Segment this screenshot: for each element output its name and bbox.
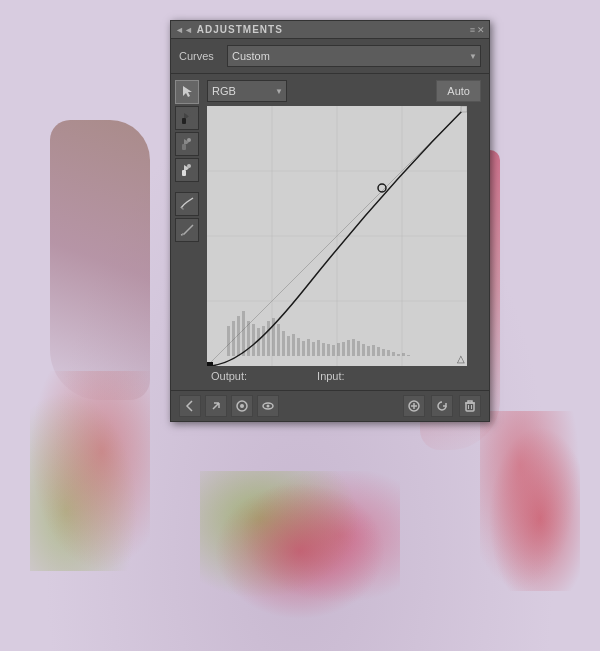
- delete-button[interactable]: [459, 395, 481, 417]
- svg-rect-38: [342, 342, 345, 356]
- panel-header: Curves Custom Default Strong Contrast Ne…: [171, 39, 489, 74]
- svg-rect-50: [402, 353, 405, 356]
- svg-rect-27: [287, 336, 290, 356]
- svg-rect-48: [392, 352, 395, 356]
- svg-rect-16: [232, 321, 235, 356]
- svg-rect-0: [182, 118, 186, 124]
- auto-button[interactable]: Auto: [436, 80, 481, 102]
- smooth-pencil-tool[interactable]: [175, 218, 199, 242]
- floral-center-decoration: [200, 471, 400, 631]
- curves-pencil-tool[interactable]: [175, 192, 199, 216]
- svg-point-6: [182, 233, 184, 235]
- svg-rect-28: [292, 334, 295, 356]
- eyedropper-gray-tool[interactable]: [175, 132, 199, 156]
- curves-label: Curves: [179, 50, 219, 62]
- svg-rect-31: [307, 339, 310, 356]
- svg-rect-18: [242, 311, 245, 356]
- svg-rect-15: [227, 326, 230, 356]
- svg-point-3: [187, 138, 191, 142]
- preset-dropdown[interactable]: Custom Default Strong Contrast Negative …: [227, 45, 481, 67]
- reset-icon: [435, 399, 449, 413]
- floral-right-decoration: [480, 411, 580, 591]
- histogram-corner-icon: △: [457, 353, 465, 364]
- view-button[interactable]: [257, 395, 279, 417]
- svg-rect-36: [332, 345, 335, 356]
- panel-title: ADJUSTMENTS: [197, 24, 283, 35]
- eyedropper-white-icon: [179, 162, 195, 178]
- svg-rect-26: [282, 331, 285, 356]
- curves-area: RGB Red Green Blue ▼ Auto: [203, 78, 485, 386]
- svg-rect-34: [322, 343, 325, 356]
- collapse-icon[interactable]: ◄◄: [175, 25, 193, 35]
- curves-top-bar: RGB Red Green Blue ▼ Auto: [203, 78, 485, 104]
- arrow-up-right-icon: [209, 399, 223, 413]
- previous-state-button[interactable]: [179, 395, 201, 417]
- svg-rect-47: [387, 350, 390, 356]
- panel-body: RGB Red Green Blue ▼ Auto: [171, 74, 489, 390]
- svg-point-1: [187, 112, 191, 116]
- svg-rect-45: [377, 347, 380, 356]
- pointer-icon: [179, 84, 195, 100]
- pointer-tool[interactable]: [175, 80, 199, 104]
- tools-column: [175, 78, 203, 386]
- preset-dropdown-wrapper: Custom Default Strong Contrast Negative …: [227, 45, 481, 67]
- svg-rect-51: [407, 355, 410, 356]
- adjustments-panel: ◄◄ ADJUSTMENTS ≡ ✕ Curves Custom Default…: [170, 20, 490, 422]
- eyedropper-white-tool[interactable]: [175, 158, 199, 182]
- panel-footer: [171, 390, 489, 421]
- arrow-left-icon: [183, 399, 197, 413]
- next-state-button[interactable]: [205, 395, 227, 417]
- svg-rect-54: [461, 106, 467, 112]
- eyedropper-black-icon: [179, 110, 195, 126]
- svg-rect-39: [347, 340, 350, 356]
- smooth-pencil-icon: [179, 222, 195, 238]
- svg-rect-17: [237, 316, 240, 356]
- visibility-button[interactable]: [231, 395, 253, 417]
- svg-rect-23: [267, 321, 270, 356]
- svg-rect-25: [277, 324, 280, 356]
- footer-right: [403, 395, 481, 417]
- svg-rect-37: [337, 343, 340, 356]
- hair-left-decoration: [50, 120, 150, 400]
- svg-point-58: [267, 405, 270, 408]
- svg-point-5: [187, 164, 191, 168]
- input-label: Input:: [317, 370, 345, 382]
- output-input-bar: Output: Input:: [203, 366, 485, 386]
- tool-separator: [175, 184, 203, 190]
- reset-button[interactable]: [431, 395, 453, 417]
- svg-rect-20: [252, 324, 255, 356]
- panel-menu-icon[interactable]: ≡: [470, 25, 475, 35]
- curves-pencil-icon: [179, 196, 195, 212]
- svg-rect-32: [312, 342, 315, 356]
- eyedropper-gray-icon: [179, 136, 195, 152]
- svg-rect-43: [367, 346, 370, 356]
- trash-icon: [463, 399, 477, 413]
- plus-circle-icon: [407, 399, 421, 413]
- panel-close-icon[interactable]: ✕: [477, 25, 485, 35]
- view-icon: [261, 399, 275, 413]
- channel-dropdown-wrapper: RGB Red Green Blue ▼: [207, 80, 287, 102]
- svg-point-56: [240, 404, 244, 408]
- svg-rect-41: [357, 341, 360, 356]
- svg-rect-53: [207, 362, 213, 366]
- eye-icon: [235, 399, 249, 413]
- curves-graph[interactable]: △: [207, 106, 467, 366]
- svg-rect-40: [352, 339, 355, 356]
- titlebar-icons: ≡ ✕: [470, 25, 485, 35]
- channel-dropdown[interactable]: RGB Red Green Blue: [207, 80, 287, 102]
- svg-rect-42: [362, 344, 365, 356]
- svg-rect-22: [262, 326, 265, 356]
- svg-rect-30: [302, 341, 305, 356]
- svg-rect-29: [297, 338, 300, 356]
- svg-rect-44: [372, 345, 375, 356]
- svg-rect-62: [466, 403, 474, 411]
- svg-rect-46: [382, 349, 385, 356]
- floral-left-decoration: [30, 371, 150, 571]
- add-adjustment-button[interactable]: [403, 395, 425, 417]
- svg-rect-2: [182, 144, 186, 150]
- svg-rect-19: [247, 321, 250, 356]
- svg-rect-49: [397, 354, 400, 356]
- panel-titlebar: ◄◄ ADJUSTMENTS ≡ ✕: [171, 21, 489, 39]
- eyedropper-black-tool[interactable]: [175, 106, 199, 130]
- titlebar-left: ◄◄ ADJUSTMENTS: [175, 24, 283, 35]
